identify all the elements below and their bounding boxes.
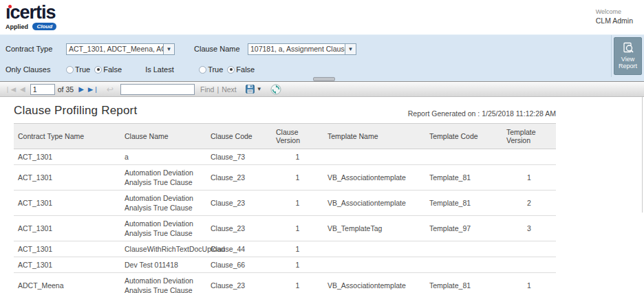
find-button[interactable]: Find bbox=[200, 85, 214, 94]
table-cell bbox=[425, 257, 502, 273]
refresh-button[interactable] bbox=[270, 84, 281, 95]
table-cell bbox=[502, 241, 556, 257]
view-report-button[interactable]: View Report bbox=[614, 37, 642, 75]
table-cell: VB_Associationtemplate bbox=[323, 165, 425, 191]
horizontal-scrollbar bbox=[0, 77, 644, 81]
table-cell: Automation Deviation Analysis True Claus… bbox=[120, 273, 206, 293]
welcome-label: Welcome bbox=[596, 8, 633, 15]
radio-circle-icon[interactable] bbox=[66, 66, 74, 74]
table-row: ACT_1301Automation Deviation Analysis Tr… bbox=[14, 191, 556, 216]
table-cell: Automation Deviation Analysis True Claus… bbox=[120, 165, 206, 191]
table-row: ACT_1301Automation Deviation Analysis Tr… bbox=[14, 216, 556, 241]
table-cell bbox=[502, 149, 556, 165]
radio-label: True bbox=[75, 65, 90, 74]
logo-wordmark: ıcertis bbox=[6, 3, 58, 22]
view-report-label: View Report bbox=[619, 56, 637, 69]
table-cell: VB_Associationtemplate bbox=[323, 273, 425, 293]
chevron-down-icon[interactable]: ▼ bbox=[163, 44, 174, 54]
table-cell bbox=[323, 241, 425, 257]
column-header: Template Code bbox=[425, 124, 502, 149]
refresh-icon bbox=[270, 84, 281, 95]
table-cell bbox=[323, 149, 425, 165]
table-cell: 1 bbox=[272, 165, 323, 191]
table-cell bbox=[502, 257, 556, 273]
page-edge-divider bbox=[642, 97, 643, 213]
table-cell: 1 bbox=[272, 273, 323, 293]
first-page-button[interactable]: ❘◀ bbox=[3, 84, 18, 95]
is-latest-label: Is Latest bbox=[145, 65, 199, 74]
table-cell: Template_81 bbox=[425, 165, 502, 191]
last-page-button[interactable]: ▶❘ bbox=[86, 84, 101, 95]
table-row: ACT_1301aClause_731 bbox=[14, 149, 556, 165]
table-cell: Clause_23 bbox=[206, 165, 272, 191]
clause-name-label: Clause Name bbox=[194, 45, 248, 53]
radio-circle-icon[interactable] bbox=[227, 66, 235, 74]
table-cell: Template_81 bbox=[425, 191, 502, 216]
radio-label: False bbox=[103, 65, 122, 74]
table-cell: Clause_23 bbox=[206, 273, 272, 293]
table-cell: a bbox=[120, 149, 206, 165]
radio-option-true[interactable]: True bbox=[66, 65, 90, 74]
report-viewer-toolbar: ❘◀ ◀ of 35 ▶ ▶❘ ↩ Find | Next ▼ bbox=[0, 81, 644, 97]
table-cell bbox=[323, 257, 425, 273]
table-cell: 3 bbox=[502, 216, 556, 241]
table-row: ACT_1301ClauseWithRichTextDocUploadClaus… bbox=[14, 241, 556, 257]
current-user-name: CLM Admin bbox=[596, 17, 633, 25]
previous-page-button[interactable]: ◀ bbox=[18, 84, 28, 95]
clause-name-value: 107181, a, Assignment Clause 1, As bbox=[248, 44, 345, 54]
table-row: ADCT_MeenaAutomation Deviation Analysis … bbox=[14, 273, 556, 293]
back-to-parent-report-icon[interactable]: ↩ bbox=[107, 85, 114, 94]
export-save-button[interactable]: ▼ bbox=[245, 84, 262, 94]
table-cell: 1 bbox=[502, 165, 556, 191]
table-cell: 2 bbox=[502, 191, 556, 216]
column-header: Template Name bbox=[323, 124, 425, 149]
logo-cloud-badge: Cloud bbox=[32, 23, 56, 30]
clause-name-dropdown[interactable]: 107181, a, Assignment Clause 1, As ▼ bbox=[248, 43, 356, 55]
logo-applied-label: Applied bbox=[6, 23, 28, 30]
welcome-box: Welcome CLM Admin bbox=[596, 8, 633, 25]
export-caret-icon: ▼ bbox=[257, 86, 262, 92]
export-save-icon bbox=[245, 84, 255, 94]
next-page-button[interactable]: ▶ bbox=[76, 84, 86, 95]
radio-option-false[interactable]: False bbox=[94, 65, 122, 74]
contract-type-value: ACT_1301, ADCT_Meena, AGCT_Cit bbox=[67, 44, 163, 54]
table-cell: 1 bbox=[272, 241, 323, 257]
column-header: Clause Name bbox=[120, 124, 206, 149]
column-header: Clause Version bbox=[272, 124, 323, 149]
radio-circle-icon[interactable] bbox=[94, 66, 102, 74]
only-clauses-label: Only Clauses bbox=[6, 65, 66, 74]
contract-type-dropdown[interactable]: ACT_1301, ADCT_Meena, AGCT_Cit ▼ bbox=[66, 43, 175, 55]
chevron-down-icon[interactable]: ▼ bbox=[345, 44, 356, 54]
radio-option-false[interactable]: False bbox=[227, 65, 255, 74]
table-cell: VB_TemplateTag bbox=[323, 216, 425, 241]
page-number-input[interactable] bbox=[30, 84, 55, 95]
table-cell: Clause_44 bbox=[206, 241, 272, 257]
horizontal-scrollbar-thumb[interactable] bbox=[313, 77, 335, 81]
table-header-row: Contract Type NameClause NameClause Code… bbox=[14, 124, 556, 149]
table-cell: 1 bbox=[502, 273, 556, 293]
table-cell: VB_Associationtemplate bbox=[323, 191, 425, 216]
search-text-input[interactable] bbox=[120, 84, 195, 95]
table-cell: Clause_23 bbox=[206, 216, 272, 241]
table-cell: 1 bbox=[272, 216, 323, 241]
table-cell: ACT_1301 bbox=[14, 241, 120, 257]
table-cell: Dev Test 011418 bbox=[120, 257, 206, 273]
column-header: Clause Code bbox=[206, 124, 272, 149]
is-latest-radio-group: TrueFalse bbox=[199, 65, 259, 74]
radio-circle-icon[interactable] bbox=[199, 66, 206, 74]
table-cell: ACT_1301 bbox=[14, 191, 120, 216]
table-cell bbox=[425, 241, 502, 257]
table-cell: ACT_1301 bbox=[14, 149, 120, 165]
icertis-logo: ıcertis Applied Cloud bbox=[6, 3, 58, 32]
radio-label: False bbox=[236, 65, 255, 74]
radio-option-true[interactable]: True bbox=[199, 65, 223, 74]
table-cell: Template_81 bbox=[425, 273, 502, 293]
find-next-button[interactable]: Next bbox=[222, 85, 237, 94]
table-cell: 1 bbox=[272, 257, 323, 273]
table-cell: 1 bbox=[272, 149, 323, 165]
table-cell: ClauseWithRichTextDocUpload bbox=[120, 241, 206, 257]
report-body: Clause Profiling Report Report Generated… bbox=[0, 97, 644, 293]
radio-label: True bbox=[208, 65, 223, 74]
table-cell: Clause_66 bbox=[206, 257, 272, 273]
page-count-label: of 35 bbox=[58, 85, 74, 94]
